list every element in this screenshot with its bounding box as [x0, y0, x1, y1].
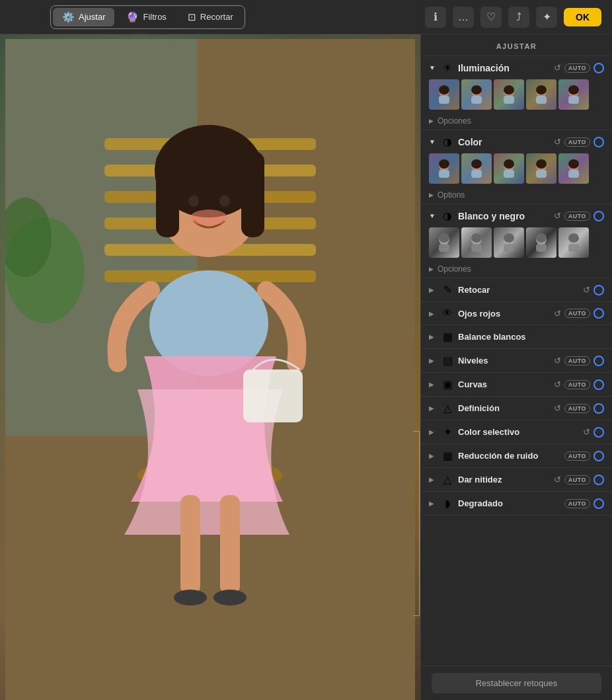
svg-point-68 [568, 233, 579, 243]
panel-scroll-area[interactable]: ▼☀Iluminación↺AUTO ▶Opciones▼◑Color↺AUTO [421, 56, 612, 666]
color-thumb-4[interactable] [526, 153, 556, 184]
color-reset-icon[interactable]: ↺ [554, 137, 561, 147]
row-color-selectivo[interactable]: ▶✦Color selectivo↺ [421, 420, 612, 444]
blanco-negro-circle-btn[interactable] [593, 211, 604, 221]
blanco-negro-thumb-1[interactable] [429, 227, 459, 258]
color-thumb-5[interactable] [558, 153, 589, 184]
tab-recortar[interactable]: ⊡Recortar [178, 8, 243, 26]
curvas-auto-badge[interactable]: AUTO [564, 380, 590, 389]
color-opciones[interactable]: ▶Options [421, 189, 612, 204]
retocar-reset-icon[interactable]: ↺ [583, 285, 590, 295]
reduccion-ruido-auto-badge[interactable]: AUTO [564, 451, 590, 461]
row-degradado[interactable]: ▶◗DegradadoAUTO [421, 492, 612, 516]
curvas-title: Curvas [458, 379, 550, 389]
svg-point-15 [188, 195, 199, 207]
color-thumb-3-img [494, 153, 524, 184]
definicion-reset-icon[interactable]: ↺ [554, 403, 561, 413]
row-dar-nitidez[interactable]: ▶△Dar nitidez↺AUTO [421, 468, 612, 492]
blanco-negro-reset-icon[interactable]: ↺ [554, 211, 561, 221]
svg-rect-18 [180, 495, 200, 594]
recortar-tab-label: Recortar [200, 12, 233, 22]
row-niveles[interactable]: ▶▤Niveles↺AUTO [421, 349, 612, 373]
iluminacion-thumb-4[interactable] [526, 79, 556, 110]
row-curvas[interactable]: ▶▣Curvas↺AUTO [421, 373, 612, 397]
definicion-circle-btn[interactable] [593, 403, 604, 414]
reset-bar: Restablecer retoques [421, 666, 612, 700]
svg-rect-28 [471, 96, 482, 104]
svg-rect-31 [504, 96, 514, 104]
blanco-negro-auto-badge[interactable]: AUTO [564, 212, 590, 221]
color-thumb-5-img [558, 153, 589, 184]
svg-point-21 [213, 590, 247, 605]
svg-rect-61 [504, 244, 514, 252]
svg-rect-19 [220, 495, 240, 594]
color-thumb-1[interactable] [429, 153, 459, 184]
blanco-negro-thumb-2[interactable] [461, 227, 492, 258]
svg-rect-49 [536, 170, 547, 178]
ok-button[interactable]: OK [564, 8, 601, 26]
svg-rect-55 [439, 244, 449, 252]
row-definicion[interactable]: ▶△Definición↺AUTO [421, 397, 612, 420]
dar-nitidez-auto-badge[interactable]: AUTO [564, 475, 590, 485]
iluminacion-opciones[interactable]: ▶Opciones [421, 115, 612, 130]
degradado-circle-btn[interactable] [593, 498, 604, 509]
retocar-controls: ↺ [583, 285, 604, 295]
color-header[interactable]: ▼◑Color↺AUTO [421, 130, 612, 152]
niveles-circle-btn[interactable] [593, 356, 604, 366]
share-button[interactable]: ⤴ [508, 7, 529, 28]
svg-rect-13 [156, 151, 179, 237]
iluminacion-circle-btn[interactable] [593, 63, 604, 73]
definicion-auto-badge[interactable]: AUTO [564, 404, 590, 413]
ojos-rojos-circle-btn[interactable] [593, 308, 604, 319]
row-balance-blancos[interactable]: ▶▦Balance blancos [421, 325, 612, 349]
blanco-negro-thumb-3[interactable] [494, 227, 524, 258]
curvas-reset-icon[interactable]: ↺ [554, 379, 561, 389]
photo-svg [5, 39, 415, 700]
blanco-negro-opciones[interactable]: ▶Opciones [421, 263, 612, 278]
panel-title: AJUSTAR [421, 34, 612, 56]
niveles-reset-icon[interactable]: ↺ [554, 356, 561, 366]
color-thumb-3[interactable] [494, 153, 524, 184]
filtros-tab-icon: 🔮 [126, 11, 139, 23]
right-panel: AJUSTAR ▼☀Iluminación↺AUTO ▶Opciones▼◑Co… [420, 34, 612, 700]
curvas-chevron: ▶ [429, 381, 437, 388]
blanco-negro-thumb-5[interactable] [558, 227, 589, 258]
color-selectivo-circle-btn[interactable] [593, 427, 604, 438]
iluminacion-auto-badge[interactable]: AUTO [564, 63, 590, 73]
row-retocar[interactable]: ▶✎Retocar↺ [421, 278, 612, 302]
tab-ajustar[interactable]: ⚙️Ajustar [53, 8, 114, 26]
dar-nitidez-reset-icon[interactable]: ↺ [554, 475, 561, 485]
blanco-negro-thumb-4[interactable] [526, 227, 556, 258]
reduccion-ruido-circle-btn[interactable] [593, 451, 604, 461]
ojos-rojos-reset-icon[interactable]: ↺ [554, 309, 561, 319]
iluminacion-title: Iluminación [458, 63, 550, 73]
more-button[interactable]: … [453, 7, 474, 28]
tab-filtros[interactable]: 🔮Filtros [117, 8, 175, 26]
niveles-auto-badge[interactable]: AUTO [564, 356, 590, 366]
reset-retoques-button[interactable]: Restablecer retoques [432, 673, 601, 693]
svg-point-47 [504, 159, 514, 169]
color-auto-badge[interactable]: AUTO [564, 137, 590, 147]
color-opciones-chevron: ▶ [429, 192, 434, 198]
blanco-negro-header[interactable]: ▼◑Blanco y negro↺AUTO [421, 204, 612, 226]
iluminacion-reset-icon[interactable]: ↺ [554, 63, 561, 73]
color-circle-btn[interactable] [593, 137, 604, 147]
row-ojos-rojos[interactable]: ▶👁Ojos rojos↺AUTO [421, 302, 612, 325]
curvas-circle-btn[interactable] [593, 379, 604, 390]
degradado-auto-badge[interactable]: AUTO [564, 499, 590, 508]
info-button[interactable]: ℹ [425, 7, 446, 28]
iluminacion-thumb-3[interactable] [494, 79, 524, 110]
dar-nitidez-circle-btn[interactable] [593, 475, 604, 485]
row-reduccion-ruido[interactable]: ▶▦Reducción de ruidoAUTO [421, 444, 612, 468]
iluminacion-thumb-2[interactable] [461, 79, 492, 110]
heart-button[interactable]: ♡ [480, 7, 502, 28]
color-selectivo-reset-icon[interactable]: ↺ [583, 427, 590, 437]
ojos-rojos-auto-badge[interactable]: AUTO [564, 309, 590, 318]
retocar-circle-btn[interactable] [593, 285, 604, 295]
iluminacion-header[interactable]: ▼☀Iluminación↺AUTO [421, 56, 612, 78]
iluminacion-thumb-5[interactable] [558, 79, 589, 110]
color-thumb-2[interactable] [461, 153, 492, 184]
svg-rect-64 [536, 244, 547, 252]
magic-button[interactable]: ✦ [536, 7, 557, 28]
iluminacion-thumb-1[interactable] [429, 79, 459, 110]
